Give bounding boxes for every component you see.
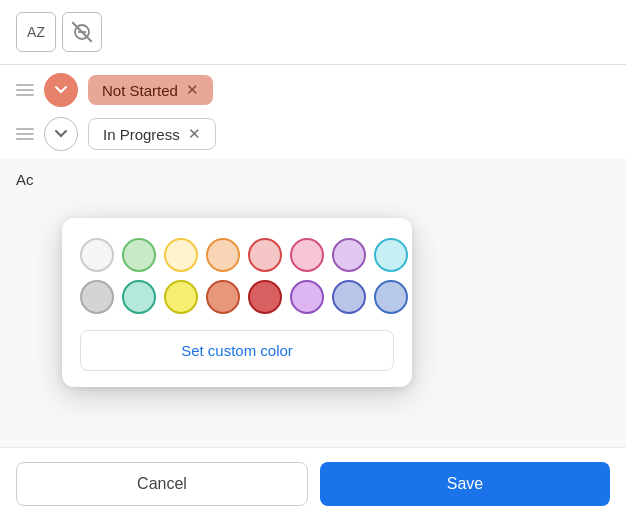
color-yellow-light[interactable] [164,238,198,272]
filter-dropdown-btn-2[interactable] [44,117,78,151]
color-blue-light[interactable] [374,280,408,314]
color-red-medium[interactable] [248,280,282,314]
filter-tag-label-2: In Progress [103,126,180,143]
footer-buttons: Cancel Save [0,447,626,520]
filter-tag-not-started[interactable]: Not Started ✕ [88,75,213,105]
color-periwinkle[interactable] [332,280,366,314]
filter-row-1: Not Started ✕ [16,73,610,107]
color-pink-light[interactable] [290,238,324,272]
color-yellow[interactable] [164,280,198,314]
cancel-button[interactable]: Cancel [16,462,308,506]
color-red-light[interactable] [248,238,282,272]
color-white[interactable] [80,238,114,272]
color-teal-light[interactable] [122,280,156,314]
filter-tag-label-1: Not Started [102,82,178,99]
add-button[interactable]: Ac [16,171,34,188]
drag-handle-1[interactable] [16,84,34,96]
disabled-icon [73,23,91,41]
sort-az-button[interactable]: AZ [16,12,56,52]
filter-tag-close-1[interactable]: ✕ [186,81,199,99]
drag-handle-2[interactable] [16,128,34,140]
filter-tag-close-2[interactable]: ✕ [188,125,201,143]
filter-tag-in-progress[interactable]: In Progress ✕ [88,118,216,150]
toolbar: AZ [0,0,626,65]
color-salmon[interactable] [206,280,240,314]
color-green-light[interactable] [122,238,156,272]
filter-dropdown-btn-1[interactable] [44,73,78,107]
color-picker-popup: Set custom color [62,218,412,387]
color-orange-light[interactable] [206,238,240,272]
color-purple-light[interactable] [332,238,366,272]
color-grid [80,238,394,314]
set-custom-color-button[interactable]: Set custom color [80,330,394,371]
disabled-icon-button[interactable] [62,12,102,52]
filter-row-2: In Progress ✕ [16,117,610,151]
svg-point-0 [75,25,89,39]
sort-az-icon: AZ [27,24,45,40]
color-lavender[interactable] [290,280,324,314]
color-cyan-light[interactable] [374,238,408,272]
main-area: AZ Not Started ✕ [0,0,626,520]
filter-list: Not Started ✕ In Progress ✕ [0,65,626,159]
save-button[interactable]: Save [320,462,610,506]
color-gray[interactable] [80,280,114,314]
bottom-area: Ac [0,159,626,200]
